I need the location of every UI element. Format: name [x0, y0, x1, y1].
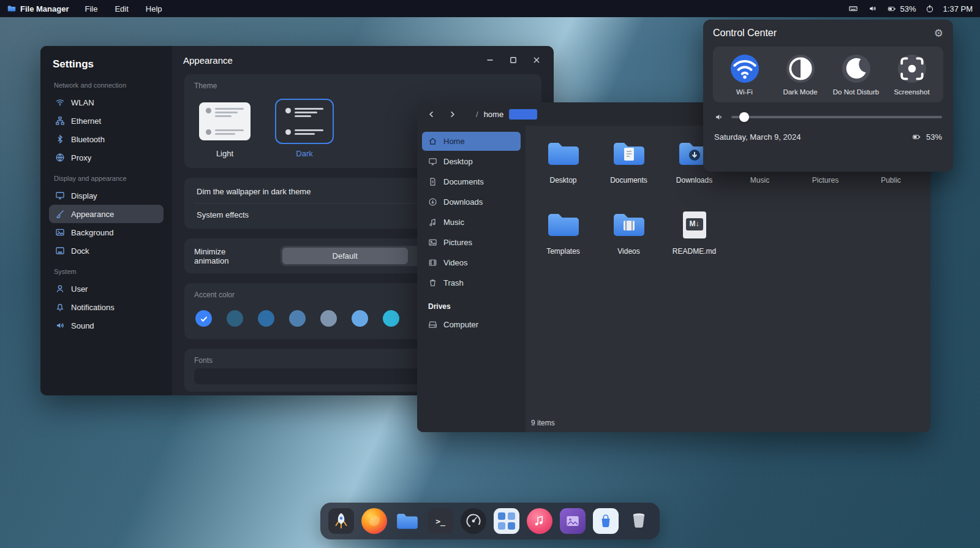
dock-app-store[interactable]: [593, 508, 619, 534]
dock-firefox[interactable]: [361, 508, 387, 534]
sidebar-item-ethernet[interactable]: Ethernet: [49, 112, 164, 130]
clock[interactable]: 1:37 PM: [943, 4, 973, 13]
dock-trash[interactable]: [626, 508, 652, 534]
accent-swatch[interactable]: [258, 310, 274, 327]
close-button[interactable]: [530, 54, 543, 66]
dock-system-monitor[interactable]: [461, 508, 486, 534]
minimize-icon: [486, 56, 494, 64]
file-item-readme[interactable]: M↓ README.md: [662, 208, 727, 279]
menu-help[interactable]: Help: [146, 4, 162, 13]
sidebar-item-bluetooth[interactable]: Bluetooth: [49, 130, 164, 148]
theme-light-option[interactable]: Light: [195, 99, 254, 158]
quick-toggles: Wi-Fi Dark Mode Do Not Disturb: [713, 47, 943, 102]
contrast-icon: [786, 55, 815, 83]
maximize-button[interactable]: [507, 54, 519, 66]
battery-percent: 53%: [900, 4, 916, 13]
back-button[interactable]: [423, 106, 439, 122]
screenshot-circle: [898, 55, 926, 83]
dock-file-manager[interactable]: [394, 508, 420, 534]
accent-swatch-selected[interactable]: [195, 310, 212, 327]
sidebar-item-display[interactable]: Display: [49, 186, 164, 205]
screenshot-label: Screenshot: [894, 88, 929, 96]
file-manager-sidebar: Home Desktop Documents Downloads Music: [417, 126, 526, 432]
battery-indicator[interactable]: 53%: [886, 4, 916, 13]
file-label: Templates: [546, 247, 580, 256]
volume-icon[interactable]: [868, 4, 877, 13]
battery-icon: [911, 133, 922, 141]
accent-swatch[interactable]: [383, 310, 399, 327]
sidebar-item-proxy[interactable]: Proxy: [49, 148, 164, 167]
page-title: Appearance: [183, 55, 233, 66]
sidebar-item-home[interactable]: Home: [422, 132, 521, 151]
volume-slider-knob[interactable]: [739, 112, 749, 122]
bell-icon: [55, 302, 65, 312]
sidebar-item-dock[interactable]: Dock: [49, 242, 164, 260]
file-label: Videos: [617, 247, 639, 256]
sidebar-item-pictures[interactable]: Pictures: [422, 233, 521, 252]
sidebar-item-music[interactable]: Music: [422, 213, 521, 232]
menu-file[interactable]: File: [85, 4, 97, 13]
wifi-toggle-circle: [731, 55, 759, 83]
sidebar-item-computer[interactable]: Computer: [422, 315, 521, 334]
minimize-animation-default[interactable]: Default: [282, 248, 408, 264]
active-app[interactable]: File Manager: [7, 4, 69, 13]
address-bar[interactable]: / home: [476, 109, 537, 120]
volume-slider[interactable]: [731, 116, 942, 118]
file-item-desktop[interactable]: Desktop: [530, 137, 596, 208]
accent-swatch[interactable]: [289, 310, 306, 327]
file-manager-icon: [7, 5, 16, 12]
sidebar-item-user[interactable]: User: [49, 280, 164, 298]
sidebar-item-desktop[interactable]: Desktop: [422, 152, 521, 171]
sidebar-item-label: Appearance: [71, 210, 114, 219]
dark-mode-toggle[interactable]: Dark Mode: [772, 55, 828, 96]
address-text-selection[interactable]: [509, 109, 537, 120]
file-label: Desktop: [549, 176, 576, 185]
dock-terminal[interactable]: >_: [428, 508, 453, 534]
trash-icon: [428, 278, 437, 287]
sidebar-item-background[interactable]: Background: [49, 223, 164, 242]
sidebar-item-label: Pictures: [443, 238, 472, 247]
sidebar-item-documents[interactable]: Documents: [422, 172, 521, 191]
folder-icon: [546, 140, 581, 168]
path-segment-home[interactable]: home: [484, 110, 504, 119]
dock-music[interactable]: [527, 508, 552, 534]
keyboard-icon[interactable]: [848, 4, 859, 13]
user-icon: [55, 284, 65, 294]
minimize-button[interactable]: [484, 54, 496, 66]
settings-gear-icon[interactable]: ⚙: [934, 28, 943, 39]
power-icon[interactable]: [925, 4, 934, 13]
firefox-icon: [366, 513, 382, 529]
film-icon: [428, 258, 437, 267]
sidebar-item-videos[interactable]: Videos: [422, 253, 521, 272]
sidebar-item-wlan[interactable]: WLAN: [49, 93, 164, 112]
dock-image-viewer[interactable]: [560, 508, 586, 534]
screenshot-button[interactable]: Screenshot: [884, 55, 940, 96]
dock-launcher[interactable]: [328, 508, 354, 534]
section-network: Network and connection: [54, 82, 159, 89]
menu-edit[interactable]: Edit: [115, 4, 128, 13]
sidebar-item-downloads[interactable]: Downloads: [422, 192, 521, 211]
light-theme-label: Light: [216, 149, 233, 158]
wifi-toggle[interactable]: Wi-Fi: [717, 55, 772, 96]
folder-icon: [396, 512, 419, 531]
markdown-glyph: M↓: [690, 219, 699, 228]
accent-swatch[interactable]: [320, 310, 337, 327]
sidebar-item-label: Sound: [71, 321, 94, 330]
file-item-templates[interactable]: Templates: [530, 208, 596, 279]
dock-calculator[interactable]: [494, 508, 519, 534]
file-item-documents[interactable]: Documents: [596, 137, 662, 208]
theme-dark-option[interactable]: Dark: [275, 99, 334, 158]
sidebar-item-sound[interactable]: Sound: [49, 316, 164, 335]
dark-theme-label: Dark: [296, 149, 312, 158]
accent-swatch[interactable]: [227, 310, 243, 327]
file-item-videos[interactable]: Videos: [596, 208, 662, 279]
sidebar-item-notifications[interactable]: Notifications: [49, 298, 164, 316]
forward-button[interactable]: [444, 106, 460, 122]
brush-icon: [55, 209, 65, 219]
accent-swatch[interactable]: [352, 310, 368, 327]
do-not-disturb-toggle[interactable]: Do Not Disturb: [828, 55, 884, 96]
path-root[interactable]: /: [476, 110, 478, 119]
sidebar-item-trash[interactable]: Trash: [422, 273, 521, 292]
sidebar-item-appearance[interactable]: Appearance: [49, 205, 164, 223]
folder-documents-icon: [612, 140, 646, 168]
